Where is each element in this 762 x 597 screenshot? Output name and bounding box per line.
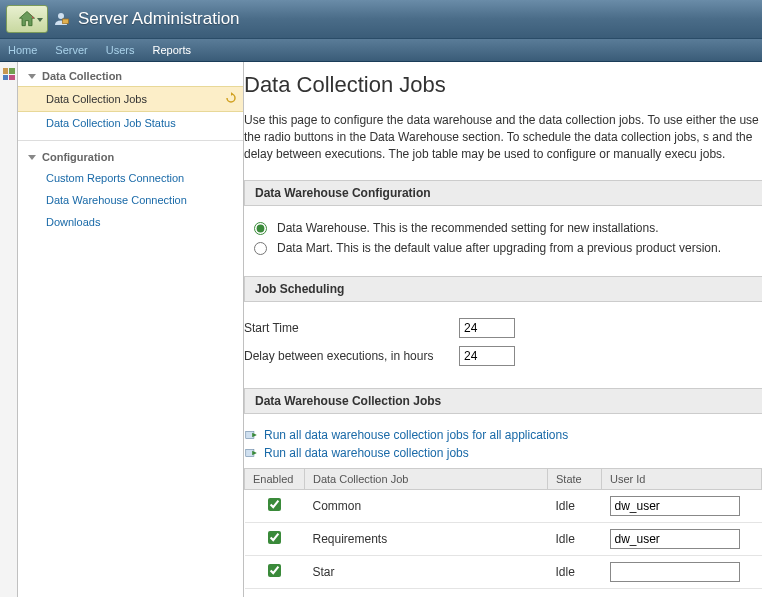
delay-label: Delay between executions, in hours [244,349,459,363]
start-time-input[interactable] [459,318,515,338]
svg-marker-4 [231,92,233,96]
sidebar-item-data-warehouse-connection[interactable]: Data Warehouse Connection [18,189,243,211]
sidebar-item-data-collection-jobs[interactable]: Data Collection Jobs [18,86,243,112]
run-icon [244,428,258,442]
navbar: Home Server Users Reports [0,38,762,62]
sidebar-item-custom-reports-connection[interactable]: Custom Reports Connection [18,167,243,189]
col-state: State [548,469,602,490]
content-heading: Data Collection Jobs [244,72,762,98]
jobs-table: Enabled Data Collection Job State User I… [244,468,762,589]
main-content: Data Collection Jobs Use this page to co… [244,62,762,597]
section-dw-config: Data Warehouse Configuration [244,180,762,206]
sidebar-section-configuration[interactable]: Configuration [18,147,243,167]
nav-reports[interactable]: Reports [152,44,191,56]
sidebar-section-data-collection[interactable]: Data Collection [18,66,243,86]
dashboard-grid-icon[interactable] [3,68,15,80]
row-user-input[interactable] [610,562,740,582]
page-title: Server Administration [78,9,240,29]
topbar: Server Administration [0,0,762,38]
row-enabled-checkbox[interactable] [268,564,281,577]
home-dropdown-button[interactable] [6,5,48,33]
row-state: Idle [548,490,602,523]
table-row: Common Idle [245,490,762,523]
start-time-label: Start Time [244,321,459,335]
radio-data-warehouse-label: Data Warehouse. This is the recommended … [277,221,659,235]
sidebar: Data Collection Data Collection Jobs Dat… [18,62,244,597]
nav-users[interactable]: Users [106,44,135,56]
row-user-input[interactable] [610,496,740,516]
run-icon [244,446,258,460]
svg-marker-0 [20,12,35,26]
collapse-icon [28,155,36,160]
left-rail [0,62,18,597]
row-job-name: Requirements [305,523,548,556]
sidebar-item-data-collection-job-status[interactable]: Data Collection Job Status [18,112,243,134]
delay-input[interactable] [459,346,515,366]
row-state: Idle [548,523,602,556]
radio-data-mart-label: Data Mart. This is the default value aft… [277,241,721,255]
refresh-icon[interactable] [225,92,237,106]
row-enabled-checkbox[interactable] [268,531,281,544]
col-user: User Id [602,469,762,490]
section-job-scheduling: Job Scheduling [244,276,762,302]
intro-text: Use this page to configure the data ware… [244,112,762,162]
row-job-name: Star [305,556,548,589]
svg-rect-3 [63,19,69,24]
admin-icon [52,10,70,28]
svg-marker-6 [252,433,257,438]
table-row: Star Idle [245,556,762,589]
row-user-input[interactable] [610,529,740,549]
nav-server[interactable]: Server [55,44,87,56]
link-run-all[interactable]: Run all data warehouse collection jobs [264,446,469,460]
house-icon [17,9,37,29]
radio-data-mart[interactable] [254,242,267,255]
row-job-name: Common [305,490,548,523]
sidebar-item-downloads[interactable]: Downloads [18,211,243,233]
radio-data-warehouse[interactable] [254,222,267,235]
link-run-all-apps[interactable]: Run all data warehouse collection jobs f… [264,428,568,442]
table-row: Requirements Idle [245,523,762,556]
svg-marker-8 [252,451,257,456]
collapse-icon [28,74,36,79]
chevron-down-icon [37,18,43,22]
row-state: Idle [548,556,602,589]
svg-point-2 [58,13,64,19]
col-job: Data Collection Job [305,469,548,490]
col-enabled: Enabled [245,469,305,490]
row-enabled-checkbox[interactable] [268,498,281,511]
section-dw-jobs: Data Warehouse Collection Jobs [244,388,762,414]
nav-home[interactable]: Home [8,44,37,56]
